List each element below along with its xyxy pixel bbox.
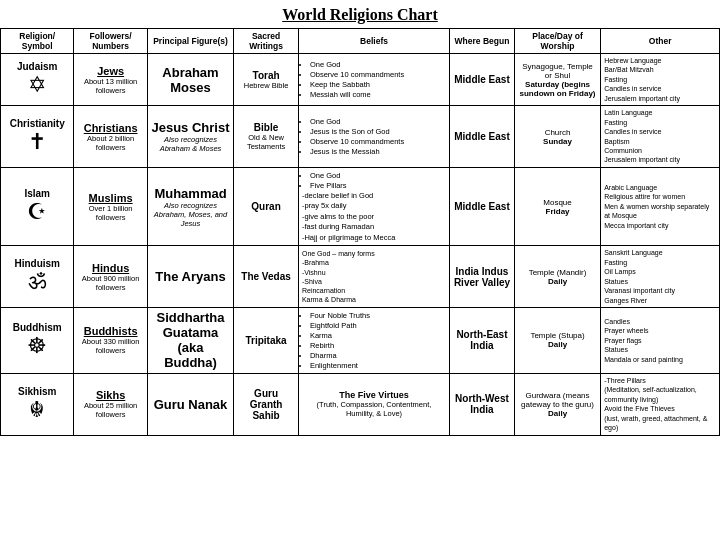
table-row: Christianity✝ChristiansAbout 2 billion f… (1, 106, 720, 168)
place-cell-1: ChurchSunday (514, 106, 600, 168)
followers-cell-3: HindusAbout 900 million followers (74, 246, 147, 308)
table-row: HinduismॐHindusAbout 900 million followe… (1, 246, 720, 308)
figure-cell-4: Siddhartha Guatama (aka Buddha) (147, 307, 233, 373)
page-title: World Religions Chart (0, 0, 720, 28)
header-place: Place/Day of Worship (514, 29, 600, 54)
place-cell-0: Synagogue, Temple or ShulSaturday (begin… (514, 54, 600, 106)
where-cell-4: North-East India (450, 307, 515, 373)
other-cell-5: -Three Pillars(Meditation, self-actualiz… (601, 373, 720, 435)
sacred-cell-4: Tripitaka (234, 307, 299, 373)
other-cell-1: Latin LanguageFastingCandles in serviceB… (601, 106, 720, 168)
table-row: Islam☪MuslimsOver 1 billion followersMuh… (1, 167, 720, 246)
header-where: Where Begun (450, 29, 515, 54)
header-figure: Principal Figure(s) (147, 29, 233, 54)
where-cell-1: Middle East (450, 106, 515, 168)
figure-cell-1: Jesus ChristAlso recognizes Abraham & Mo… (147, 106, 233, 168)
beliefs-cell-2: One GodFive Pillars-declare belief in Go… (298, 167, 449, 246)
place-cell-5: Gurdwara (means gateway to the guru)Dail… (514, 373, 600, 435)
beliefs-cell-4: Four Noble TruthsEightfold PathKarmaRebi… (298, 307, 449, 373)
where-cell-2: Middle East (450, 167, 515, 246)
header-sacred: Sacred Writings (234, 29, 299, 54)
table-row: Judaism✡JewsAbout 13 million followersAb… (1, 54, 720, 106)
beliefs-cell-1: One GodJesus is the Son of GodObserve 10… (298, 106, 449, 168)
religion-cell-3: Hinduismॐ (1, 246, 74, 308)
sacred-cell-1: BibleOld & New Testaments (234, 106, 299, 168)
religion-cell-4: Buddhism☸ (1, 307, 74, 373)
other-cell-0: Hebrew LanguageBar/Bat MitzvahFastingCan… (601, 54, 720, 106)
other-cell-2: Arabic LanguageReligious attire for wome… (601, 167, 720, 246)
sacred-cell-2: Quran (234, 167, 299, 246)
world-religions-table: Religion/ Symbol Followers/ Numbers Prin… (0, 28, 720, 436)
figure-cell-0: Abraham Moses (147, 54, 233, 106)
figure-cell-5: Guru Nanak (147, 373, 233, 435)
header-other: Other (601, 29, 720, 54)
table-row: Buddhism☸BuddhistsAbout 330 million foll… (1, 307, 720, 373)
beliefs-cell-3: One God – many forms-Brahma-Vishnu-Shiva… (298, 246, 449, 308)
header-religion: Religion/ Symbol (1, 29, 74, 54)
religion-cell-1: Christianity✝ (1, 106, 74, 168)
table-row: Sikhism☬SikhsAbout 25 million followersG… (1, 373, 720, 435)
beliefs-cell-5: The Five Virtues(Truth, Compassion, Cont… (298, 373, 449, 435)
religion-cell-0: Judaism✡ (1, 54, 74, 106)
other-cell-4: CandlesPrayer wheelsPrayer flagsStatuesM… (601, 307, 720, 373)
beliefs-cell-0: One GodObserve 10 commandmentsKeep the S… (298, 54, 449, 106)
where-cell-5: North-West India (450, 373, 515, 435)
followers-cell-0: JewsAbout 13 million followers (74, 54, 147, 106)
place-cell-2: MosqueFriday (514, 167, 600, 246)
where-cell-3: India Indus River Valley (450, 246, 515, 308)
followers-cell-4: BuddhistsAbout 330 million followers (74, 307, 147, 373)
sacred-cell-0: TorahHebrew Bible (234, 54, 299, 106)
religion-cell-2: Islam☪ (1, 167, 74, 246)
place-cell-4: Temple (Stupa)Daily (514, 307, 600, 373)
followers-cell-1: ChristiansAbout 2 billion followers (74, 106, 147, 168)
header-beliefs: Beliefs (298, 29, 449, 54)
followers-cell-5: SikhsAbout 25 million followers (74, 373, 147, 435)
header-followers: Followers/ Numbers (74, 29, 147, 54)
religion-cell-5: Sikhism☬ (1, 373, 74, 435)
figure-cell-3: The Aryans (147, 246, 233, 308)
where-cell-0: Middle East (450, 54, 515, 106)
other-cell-3: Sanskrit LanguageFastingOil LampsStatues… (601, 246, 720, 308)
followers-cell-2: MuslimsOver 1 billion followers (74, 167, 147, 246)
sacred-cell-3: The Vedas (234, 246, 299, 308)
figure-cell-2: MuhammadAlso recognizes Abraham, Moses, … (147, 167, 233, 246)
sacred-cell-5: Guru Granth Sahib (234, 373, 299, 435)
place-cell-3: Temple (Mandir)Daily (514, 246, 600, 308)
